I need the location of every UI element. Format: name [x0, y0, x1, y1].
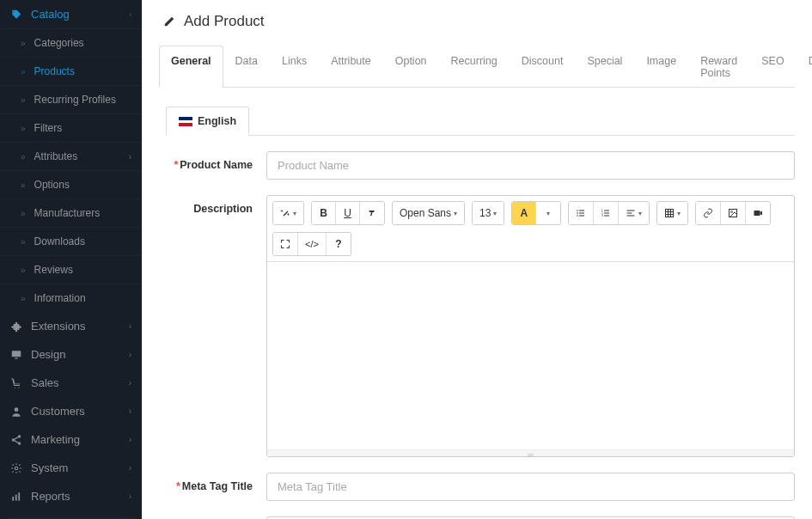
sidebar-item-filters[interactable]: »Filters [0, 113, 142, 142]
svg-point-5 [18, 442, 21, 445]
language-tabs: English [166, 107, 795, 136]
desktop-icon [10, 349, 24, 361]
tab-bar: GeneralDataLinksAttributeOptionRecurring… [159, 46, 795, 88]
sidebar-item-attributes[interactable]: »Attributes› [0, 142, 142, 170]
chevron-right-icon: › [129, 321, 131, 331]
tab-seo[interactable]: SEO [749, 46, 796, 88]
tab-special[interactable]: Special [575, 46, 634, 88]
svg-rect-22 [604, 213, 609, 214]
field-meta-title: *Meta Tag Title [159, 473, 795, 501]
chevron-double-icon: » [21, 180, 26, 190]
tab-image[interactable]: Image [634, 46, 688, 88]
page-header: Add Product [159, 0, 795, 46]
chevron-double-icon: » [21, 266, 26, 275]
image-button[interactable] [721, 202, 746, 224]
label-description: Description [159, 195, 266, 215]
text-color-button[interactable]: A [512, 202, 536, 224]
cart-icon [10, 377, 24, 389]
chevron-double-icon: » [21, 95, 26, 105]
svg-point-2 [15, 407, 19, 412]
sidebar-item-manufacturers[interactable]: »Manufacturers [0, 198, 142, 227]
tab-option[interactable]: Option [383, 46, 439, 88]
svg-rect-0 [12, 351, 21, 357]
svg-point-33 [731, 211, 733, 213]
svg-rect-25 [627, 213, 632, 214]
label-product-name: *Product Name [159, 151, 266, 171]
input-meta-title[interactable] [266, 473, 795, 501]
tab-design[interactable]: Design [797, 46, 812, 88]
svg-rect-26 [627, 216, 635, 217]
svg-line-6 [15, 437, 18, 438]
tab-reward-points[interactable]: Reward Points [688, 46, 749, 88]
nav-sales[interactable]: Sales› [0, 369, 142, 397]
svg-rect-34 [754, 211, 760, 216]
sidebar-item-information[interactable]: »Information [0, 284, 142, 312]
chevron-right-icon: › [129, 406, 131, 416]
clear-format-button[interactable] [360, 202, 384, 224]
svg-rect-16 [579, 213, 584, 214]
video-button[interactable] [746, 202, 770, 224]
input-product-name[interactable] [266, 151, 795, 180]
svg-point-3 [18, 435, 21, 438]
tab-data[interactable]: Data [223, 46, 270, 88]
sidebar-item-reviews[interactable]: »Reviews [0, 255, 142, 284]
chevron-double-icon: » [21, 209, 26, 218]
table-button[interactable]: ▾ [657, 202, 687, 224]
pencil-icon [163, 15, 175, 27]
help-button[interactable]: ? [327, 233, 351, 255]
nav-label: Catalog [31, 8, 129, 21]
sidebar-item-recurring-profiles[interactable]: »Recurring Profiles [0, 85, 142, 113]
nav-system[interactable]: System› [0, 454, 142, 482]
cog-icon [10, 462, 24, 474]
label-meta-title: *Meta Tag Title [159, 473, 266, 492]
nav-catalog[interactable]: Catalog › [0, 0, 142, 28]
svg-rect-1 [15, 357, 18, 358]
puzzle-icon [10, 321, 24, 333]
bold-button[interactable]: B [312, 202, 336, 224]
sidebar-item-options[interactable]: »Options [0, 170, 142, 198]
underline-button[interactable]: U [336, 202, 360, 224]
tab-recurring[interactable]: Recurring [439, 46, 510, 88]
sidebar-item-products[interactable]: »Products [0, 57, 142, 85]
tab-general[interactable]: General [159, 46, 223, 88]
fullscreen-button[interactable] [273, 233, 298, 255]
svg-point-4 [12, 438, 15, 442]
nav-extensions[interactable]: Extensions› [0, 312, 142, 340]
svg-point-13 [577, 212, 579, 214]
chevron-double-icon: » [21, 152, 26, 162]
chevron-double-icon: » [21, 39, 26, 48]
tab-english[interactable]: English [166, 107, 249, 136]
font-family-select[interactable]: Open Sans▾ [393, 202, 464, 224]
color-dropdown[interactable]: ▾ [536, 202, 560, 224]
chevron-right-icon: › [129, 378, 131, 388]
editor-content[interactable] [267, 262, 794, 449]
tab-attribute[interactable]: Attribute [319, 46, 383, 88]
tab-discount[interactable]: Discount [510, 46, 576, 88]
nav-reports[interactable]: Reports› [0, 482, 142, 510]
chevron-right-icon: › [129, 350, 131, 359]
share-icon [10, 434, 24, 446]
link-button[interactable] [696, 202, 721, 224]
list-ol-button[interactable]: 123 [594, 202, 619, 224]
nav-marketing[interactable]: Marketing› [0, 425, 142, 454]
sidebar-item-downloads[interactable]: »Downloads [0, 227, 142, 255]
code-view-button[interactable]: </> [298, 233, 327, 255]
nav-design[interactable]: Design› [0, 340, 142, 369]
chevron-right-icon: › [129, 152, 131, 162]
font-size-select[interactable]: 13▾ [473, 202, 504, 224]
sidebar: Catalog › »Categories»Products»Recurring… [0, 0, 142, 519]
chevron-double-icon: » [21, 124, 26, 133]
editor-resize-handle[interactable]: ═ [267, 449, 794, 456]
align-button[interactable]: ▾ [619, 202, 649, 224]
chart-icon [10, 491, 24, 503]
nav-customers[interactable]: Customers› [0, 397, 142, 425]
user-icon [10, 406, 24, 418]
svg-rect-10 [15, 494, 17, 500]
tab-links[interactable]: Links [270, 46, 319, 88]
magic-icon[interactable]: ▾ [273, 202, 303, 224]
svg-rect-9 [12, 497, 14, 501]
chevron-double-icon: » [21, 294, 26, 303]
tag-icon [10, 9, 24, 21]
list-ul-button[interactable] [569, 202, 594, 224]
sidebar-item-categories[interactable]: »Categories [0, 28, 142, 57]
